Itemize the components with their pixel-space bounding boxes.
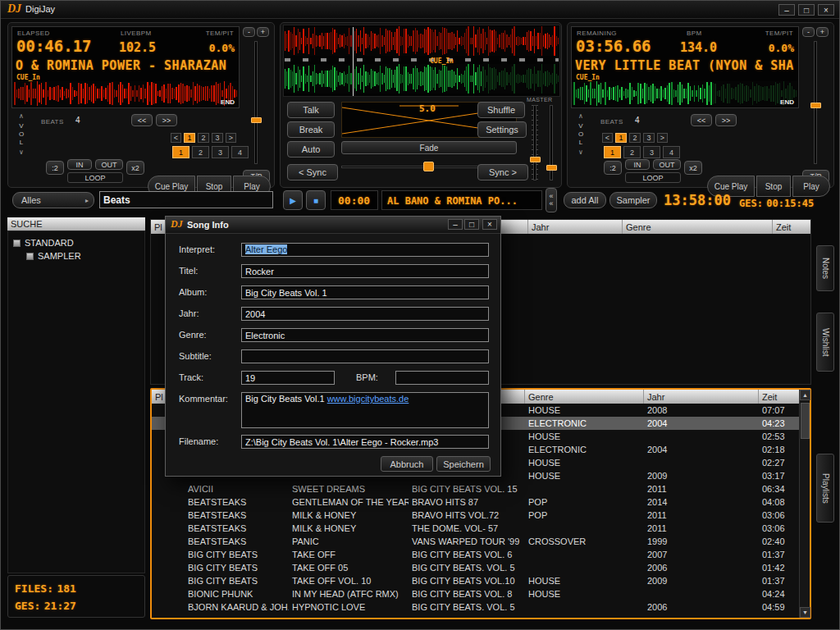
hotcue-2-button[interactable]: 2 <box>623 146 641 158</box>
table-row[interactable]: AVICIISWEET DREAMSBIG CITY BEATS VOL. 15… <box>152 482 799 495</box>
pitch-slider-handle[interactable] <box>810 103 821 108</box>
loop-half-button[interactable]: :2 <box>604 161 622 175</box>
volume-slider[interactable]: ∧ VOL ∨ <box>15 113 28 156</box>
deck-left-waveform[interactable] <box>14 81 238 106</box>
cancel-button[interactable]: Abbruch <box>381 456 433 472</box>
tab-playlists[interactable]: Playlists <box>816 454 834 523</box>
master-volume-track-2[interactable] <box>550 105 553 180</box>
jahr-field[interactable] <box>241 307 489 321</box>
cue-bank-2-button[interactable]: 2 <box>629 133 641 143</box>
table-row[interactable]: BEATSTEAKSPANICVANS WARPED TOUR '99CROSS… <box>152 535 799 548</box>
loop-indicator[interactable]: LOOP <box>625 172 681 183</box>
close-button[interactable]: × <box>818 4 834 16</box>
scroll-up-button[interactable]: ▲ <box>800 390 810 400</box>
dialog-minimize-button[interactable]: – <box>448 219 463 230</box>
pitch-slider-track[interactable] <box>254 41 258 164</box>
cue-bank-next-button[interactable]: > <box>657 133 668 143</box>
bpm-field[interactable] <box>395 371 489 385</box>
table-row[interactable]: BIONIC PHUNKIN MY HEAD (ATFC RMX)BIG CIT… <box>152 587 799 600</box>
sidebar-item-sampler[interactable]: SAMPLER <box>26 251 81 261</box>
pitch-bend-minus-button[interactable]: - <box>243 27 255 37</box>
dialog-close-button[interactable]: × <box>482 219 497 230</box>
volume-slider[interactable]: ∧ VOL ∨ <box>574 113 587 156</box>
pitch-bend-minus-button[interactable]: - <box>802 27 815 37</box>
cue-bank-3-button[interactable]: 3 <box>212 133 223 143</box>
loop-out-button[interactable]: OUT <box>653 159 681 170</box>
loop-in-button[interactable]: IN <box>67 159 92 170</box>
vol-down-icon[interactable]: ∨ <box>574 149 587 156</box>
dialog-titlebar[interactable]: DJ Song Info – □ × <box>166 217 500 234</box>
master-volume-handle-2[interactable] <box>546 165 557 171</box>
cue-bank-next-button[interactable]: > <box>226 133 236 143</box>
filename-field[interactable] <box>241 435 489 449</box>
sync-left-button[interactable]: < Sync <box>287 164 338 180</box>
table-row[interactable]: BJORN KAARUD & JOH...HYPNOTIC LOVEBIG CI… <box>152 600 799 614</box>
preview-stop-button[interactable]: ■ <box>306 190 326 210</box>
hotcue-3-button[interactable]: 3 <box>643 146 660 158</box>
break-button[interactable]: Break <box>287 121 335 138</box>
filter-dropdown[interactable]: Alles ▸ <box>12 192 94 208</box>
seek-back-button[interactable]: << <box>131 114 153 126</box>
cue-bank-1-button[interactable]: 1 <box>184 133 195 143</box>
sidebar-header[interactable]: SUCHE <box>7 217 145 231</box>
loop-out-button[interactable]: OUT <box>95 159 123 170</box>
table-row[interactable]: BEATSTEAKSGENTLEMAN OF THE YEARBRAVO HIT… <box>152 495 799 509</box>
overview-waveform-left[interactable] <box>285 26 559 56</box>
fade-button[interactable]: Fade <box>341 141 517 154</box>
kommentar-link[interactable]: www.bigcitybeats.de <box>327 394 409 404</box>
track-field[interactable] <box>241 371 335 385</box>
vol-up-icon[interactable]: ∧ <box>15 113 28 120</box>
overview-waveform-right[interactable] <box>285 64 559 94</box>
sync-right-button[interactable]: Sync > <box>477 164 528 180</box>
pitch-bend-plus-button[interactable]: + <box>816 27 829 37</box>
sampler-button[interactable]: Sampler <box>609 192 657 208</box>
sidebar-item-standard[interactable]: STANDARD <box>13 238 74 248</box>
subtitle-field[interactable] <box>241 349 489 363</box>
shuffle-button[interactable]: Shuffle <box>477 102 525 118</box>
column-header-genre[interactable]: Genre <box>525 390 644 404</box>
preview-play-button[interactable]: ▶ <box>283 190 303 210</box>
table-row[interactable]: BIG CITY BEATSTAKE OFFBIG CITY BEATS VOL… <box>152 548 799 561</box>
table-row[interactable]: BEATSTEAKSMILK & HONEYTHE DOME. VOL- 572… <box>152 522 799 535</box>
cue-bank-prev-button[interactable]: < <box>171 133 181 143</box>
column-header-jahr[interactable]: Jahr <box>528 220 623 234</box>
settings-button[interactable]: Settings <box>477 121 527 138</box>
cue-bank-1-button[interactable]: 1 <box>615 133 627 143</box>
loop-double-button[interactable]: x2 <box>126 161 144 175</box>
hotcue-3-button[interactable]: 3 <box>212 146 229 158</box>
talk-button[interactable]: Talk <box>287 102 335 118</box>
hotcue-1-button[interactable]: 1 <box>604 146 621 158</box>
maximize-button[interactable]: □ <box>798 4 815 16</box>
kommentar-field[interactable]: Big City Beats Vol.1 www.bigcitybeats.de <box>241 392 489 428</box>
column-header-zeit[interactable]: Zeit <box>759 390 792 404</box>
seek-back-button[interactable]: << <box>691 114 712 126</box>
seek-forward-button[interactable]: >> <box>156 114 177 126</box>
genre-field[interactable] <box>241 328 489 342</box>
seek-forward-button[interactable]: >> <box>715 114 737 126</box>
scroll-down-button[interactable]: ▼ <box>800 607 810 618</box>
interpret-field[interactable]: Alter Eego <box>241 243 489 257</box>
loop-in-button[interactable]: IN <box>625 159 650 170</box>
minimize-button[interactable]: – <box>778 4 795 16</box>
table-row[interactable]: BIG CITY BEATSTAKE OFF VOL. 10BIG CITY B… <box>152 574 799 587</box>
cue-bank-prev-button[interactable]: < <box>602 133 613 143</box>
master-volume-handle-1[interactable] <box>530 157 541 162</box>
loop-half-button[interactable]: :2 <box>46 161 64 175</box>
column-header-zeit[interactable]: Zeit <box>773 220 810 234</box>
cue-bank-3-button[interactable]: 3 <box>643 133 655 143</box>
vol-up-icon[interactable]: ∧ <box>574 113 587 120</box>
crossfader-handle[interactable] <box>423 162 434 171</box>
table-row[interactable]: BIG CITY BEATSTAKE OFF 05BIG CITY BEATS.… <box>152 561 799 574</box>
master-volume-track-1[interactable] <box>533 105 536 180</box>
auto-button[interactable]: Auto <box>287 141 335 158</box>
stop-button[interactable]: Stop <box>756 176 791 197</box>
column-header-jahr[interactable]: Jahr <box>644 390 759 404</box>
hotcue-4-button[interactable]: 4 <box>231 146 249 158</box>
pitch-slider-handle[interactable] <box>251 117 262 123</box>
scrollbar-thumb[interactable] <box>801 403 810 439</box>
pitch-slider-track[interactable] <box>814 41 817 164</box>
tab-wishlist[interactable]: Wishlist <box>816 313 834 372</box>
search-input[interactable] <box>99 191 273 208</box>
collapse-panel-button[interactable]: « « <box>546 188 557 212</box>
deck-right-waveform[interactable] <box>573 81 797 106</box>
